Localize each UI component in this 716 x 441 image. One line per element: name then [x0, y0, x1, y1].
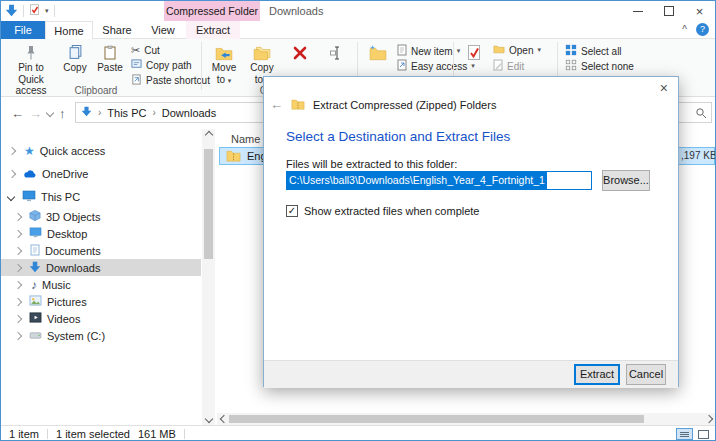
- delete-icon: [292, 41, 308, 61]
- sidebar-item-3d-objects[interactable]: 3D Objects: [1, 208, 201, 225]
- scroll-right-icon[interactable]: [702, 413, 715, 425]
- clipboard-group-label: Clipboard: [41, 85, 151, 96]
- sidebar-item-system-c[interactable]: System (C:): [1, 327, 201, 344]
- horizontal-scrollbar[interactable]: [217, 413, 715, 425]
- cancel-button[interactable]: Cancel: [626, 364, 666, 385]
- open-button[interactable]: Open ▾: [493, 44, 541, 56]
- paste-button[interactable]: Paste: [93, 41, 127, 74]
- window-title: Downloads: [269, 1, 323, 21]
- recent-locations-icon[interactable]: [47, 97, 53, 129]
- sidebar-item-downloads[interactable]: Downloads: [1, 259, 201, 276]
- checkbox-label: Show extracted files when complete: [304, 205, 479, 217]
- easy-access-button[interactable]: Easy access ▾: [397, 59, 475, 73]
- show-files-checkbox-row[interactable]: ✓ Show extracted files when complete: [286, 205, 479, 217]
- chevron-right-icon[interactable]: [14, 246, 22, 254]
- select-all-label: Select all: [581, 46, 622, 57]
- new-item-button[interactable]: New item ▾: [397, 44, 460, 58]
- large-icons-view-button[interactable]: [695, 428, 712, 440]
- extract-button[interactable]: Extract: [574, 364, 620, 385]
- edit-label: Edit: [507, 61, 524, 72]
- downloads-folder-icon: [81, 106, 92, 119]
- window-controls: ×: [622, 1, 715, 21]
- details-view-button[interactable]: [676, 428, 693, 440]
- search-icon: [695, 107, 707, 119]
- dialog-close-button[interactable]: ×: [660, 80, 668, 96]
- select-none-button[interactable]: Select none: [565, 59, 634, 73]
- extract-dialog: × ← Extract Compressed (Zipped) Folders …: [263, 76, 679, 387]
- breadcrumb-this-pc[interactable]: This PC: [107, 107, 146, 119]
- sidebar-item-documents[interactable]: Documents: [1, 242, 201, 259]
- properties-button[interactable]: [459, 41, 489, 61]
- close-button[interactable]: ×: [684, 1, 715, 21]
- delete-button[interactable]: [283, 41, 317, 61]
- scrollbar-thumb[interactable]: [204, 149, 213, 259]
- sidebar-item-music[interactable]: ♪ Music: [1, 276, 201, 293]
- tab-view[interactable]: View: [141, 21, 185, 39]
- maximize-button[interactable]: [653, 1, 684, 21]
- chevron-right-icon[interactable]: [14, 229, 22, 237]
- sidebar-item-onedrive[interactable]: OneDrive: [1, 165, 201, 182]
- chevron-right-icon[interactable]: [8, 169, 16, 177]
- move-to-label: Move to ▾: [207, 62, 241, 85]
- sidebar-item-quick-access[interactable]: ★ Quick access: [1, 142, 201, 159]
- tab-share[interactable]: Share: [93, 21, 141, 39]
- help-icon[interactable]: ?: [696, 23, 709, 36]
- paste-icon: [103, 41, 117, 61]
- sidebar-item-desktop[interactable]: Desktop: [1, 225, 201, 242]
- dialog-footer: Extract Cancel: [264, 360, 678, 388]
- sidebar-item-this-pc[interactable]: This PC: [1, 188, 201, 205]
- chevron-right-icon[interactable]: [8, 146, 16, 154]
- edit-button[interactable]: Edit: [493, 59, 524, 73]
- sidebar-item-videos[interactable]: Videos: [1, 310, 201, 327]
- chevron-right-icon[interactable]: [14, 280, 22, 288]
- chevron-right-icon[interactable]: [14, 212, 22, 220]
- chevron-down-icon[interactable]: [7, 192, 15, 200]
- breadcrumb-downloads[interactable]: Downloads: [162, 107, 216, 119]
- qat-dropdown-icon[interactable]: ▾: [45, 7, 49, 15]
- chevron-right-icon[interactable]: [14, 314, 22, 322]
- status-separator: [47, 429, 48, 439]
- sidebar-item-pictures[interactable]: Pictures: [1, 293, 201, 310]
- new-folder-button[interactable]: [363, 41, 393, 61]
- scroll-down-icon[interactable]: [202, 413, 215, 425]
- cut-icon: ✂: [131, 44, 140, 57]
- move-to-button[interactable]: Move to ▾: [207, 41, 241, 85]
- tab-home[interactable]: Home: [45, 21, 93, 39]
- scroll-up-icon[interactable]: [202, 129, 215, 141]
- contextual-tab-header[interactable]: Compressed Folder Tools: [164, 1, 260, 21]
- cut-label: Cut: [144, 45, 160, 56]
- select-all-button[interactable]: Select all: [565, 44, 622, 58]
- chevron-right-icon[interactable]: [14, 331, 22, 339]
- copy-path-button[interactable]: Copy path: [131, 59, 192, 72]
- copy-button[interactable]: Copy: [59, 41, 91, 74]
- cut-button[interactable]: ✂ Cut: [131, 44, 160, 57]
- collapse-ribbon-icon[interactable]: ^: [682, 25, 687, 35]
- chevron-right-icon[interactable]: [14, 263, 22, 271]
- checkbox-checked-icon[interactable]: ✓: [286, 205, 298, 217]
- forward-button[interactable]: →: [29, 97, 42, 129]
- properties-mini-icon[interactable]: [29, 4, 40, 18]
- tab-file[interactable]: File: [1, 21, 45, 39]
- browse-button[interactable]: Browse...: [602, 170, 650, 191]
- back-button[interactable]: ←: [11, 97, 24, 129]
- select-none-label: Select none: [581, 61, 634, 72]
- music-note-icon: ♪: [31, 279, 37, 291]
- rename-button[interactable]: [321, 41, 353, 61]
- dialog-back-icon[interactable]: ←: [270, 97, 283, 112]
- tab-extract[interactable]: Extract: [186, 21, 240, 39]
- up-button[interactable]: ↑: [59, 97, 66, 129]
- dropdown-caret-icon: ▾: [537, 46, 541, 54]
- destination-path-input[interactable]: C:\Users\ball3\Downloads\English_Year_4_…: [286, 171, 592, 190]
- column-header-name[interactable]: Name: [231, 133, 260, 145]
- chevron-right-icon[interactable]: [14, 297, 22, 305]
- qat-separator: [23, 5, 24, 17]
- selection-count: 1 item selected: [56, 428, 130, 440]
- select-none-icon: [565, 59, 577, 73]
- sidebar-scrollbar[interactable]: [202, 129, 215, 425]
- zip-folder-icon: [226, 149, 241, 164]
- scrollbar-thumb[interactable]: [229, 415, 644, 423]
- item-count: 1 item: [9, 428, 39, 440]
- minimize-button[interactable]: [622, 1, 653, 21]
- view-toggle-buttons: [676, 428, 712, 440]
- copy-path-icon: [131, 59, 142, 72]
